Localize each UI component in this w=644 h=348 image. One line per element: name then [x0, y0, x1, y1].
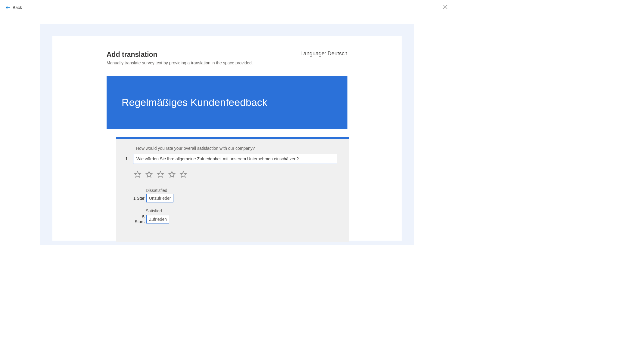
question-number: 1 — [124, 156, 128, 161]
rating-label-group: Dissatisfied 1 Star — [131, 188, 337, 202]
star-icon[interactable] — [179, 171, 187, 180]
language-prefix: Language: — [300, 51, 328, 57]
rating-label-group: Satisfied 5 Stars — [131, 208, 337, 224]
top-bar: Back — [0, 0, 454, 15]
rating-source-label: Dissatisfied — [146, 188, 337, 193]
question-block: How would you rate your overall satisfac… — [116, 137, 349, 242]
rating-source-label: Satisfied — [146, 208, 337, 213]
rating-row: 5 Stars — [131, 214, 337, 224]
question-source-text: How would you rate your overall satisfac… — [136, 146, 337, 151]
star-icon[interactable] — [157, 171, 164, 180]
back-button[interactable]: Back — [5, 5, 22, 10]
survey-title-block[interactable]: Regelmäßiges Kundenfeedback — [107, 76, 347, 129]
star-icon[interactable] — [134, 171, 142, 180]
survey-title-translation: Regelmäßiges Kundenfeedback — [122, 97, 332, 108]
rating-row: 1 Star — [131, 194, 337, 202]
back-arrow-icon — [5, 5, 10, 10]
question-translation-input[interactable] — [133, 154, 337, 164]
stars-row — [134, 171, 337, 180]
question-row: 1 — [124, 154, 337, 164]
language-label: Language: Deutsch — [300, 51, 347, 57]
star-icon[interactable] — [168, 171, 176, 180]
page-title: Add translation — [107, 51, 157, 59]
rating-labels: Dissatisfied 1 Star Satisfied 5 Stars — [131, 188, 337, 224]
star-icon[interactable] — [145, 171, 153, 180]
page-subtitle: Manually translate survey text by provid… — [107, 60, 347, 65]
header-row: Add translation Language: Deutsch — [107, 51, 347, 59]
language-value: Deutsch — [328, 51, 347, 57]
close-button[interactable] — [442, 4, 449, 11]
inner-container: Add translation Language: Deutsch Manual… — [52, 36, 402, 241]
back-label: Back — [13, 5, 22, 10]
outer-container: Add translation Language: Deutsch Manual… — [40, 24, 414, 245]
rating-name: 5 Stars — [131, 214, 145, 224]
rating-translation-input[interactable] — [146, 194, 173, 202]
rating-name: 1 Star — [131, 196, 145, 201]
rating-translation-input[interactable] — [146, 215, 169, 223]
